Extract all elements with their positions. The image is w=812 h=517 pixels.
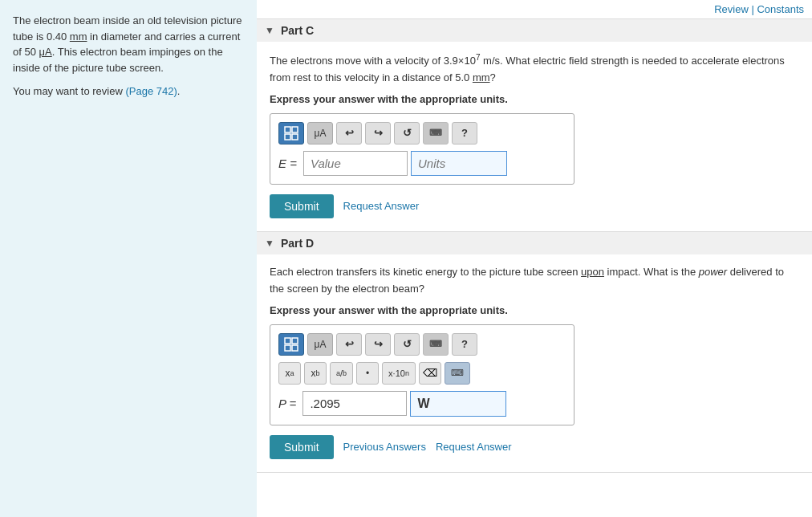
- undo-button-d[interactable]: ↩: [336, 333, 362, 356]
- svg-rect-4: [285, 338, 290, 344]
- sidebar: The electron beam inside an old televisi…: [0, 0, 257, 517]
- main-content: Review | Constants ▼ Part C The electron…: [257, 0, 812, 517]
- grid-button-c[interactable]: [278, 122, 304, 145]
- sidebar-mm: mm: [70, 31, 87, 43]
- keyboard2-button[interactable]: ⌨: [445, 362, 470, 385]
- part-c-header: ▼ Part C: [257, 19, 812, 42]
- svg-rect-1: [292, 127, 298, 132]
- part-d-units-input[interactable]: [410, 391, 506, 417]
- redo-button-d[interactable]: ↪: [365, 333, 391, 356]
- refresh-button-c[interactable]: ↺: [394, 122, 420, 145]
- part-c-eq-label: E =: [278, 157, 297, 170]
- delete-button[interactable]: ⌫: [419, 362, 441, 385]
- part-d-eq-label: P =: [278, 397, 296, 410]
- svg-rect-0: [285, 127, 290, 132]
- svg-rect-7: [292, 345, 298, 351]
- part-c-arrow[interactable]: ▼: [265, 25, 274, 36]
- part-c-submit-button[interactable]: Submit: [270, 194, 334, 218]
- help-button-c[interactable]: ?: [452, 122, 477, 145]
- keyboard-button-d[interactable]: ⌨: [423, 333, 449, 356]
- mu-button-d[interactable]: μA: [307, 333, 333, 356]
- undo-button-c[interactable]: ↩: [336, 122, 362, 145]
- part-d-toolbar: μA ↩ ↪ ↺ ⌨ ?: [278, 333, 566, 356]
- part-c-label: Part C: [281, 24, 314, 37]
- part-d-value-input[interactable]: [302, 391, 407, 416]
- part-c-units-input[interactable]: [411, 151, 507, 176]
- part-c-section: ▼ Part C The electrons move with a veloc…: [257, 19, 812, 232]
- part-d-submit-button[interactable]: Submit: [270, 435, 334, 459]
- sidebar-ua: μA: [39, 46, 52, 58]
- xb-button[interactable]: xb: [304, 362, 327, 385]
- part-d-question: Each electron transfers its kinetic ener…: [270, 264, 799, 298]
- part-d-action-row: Submit Previous Answers Request Answer: [270, 435, 799, 459]
- keyboard-button-c[interactable]: ⌨: [423, 122, 449, 145]
- dot-button[interactable]: •: [356, 362, 379, 385]
- frac-button[interactable]: a/b: [330, 362, 353, 385]
- svg-rect-5: [292, 338, 298, 344]
- part-d-arrow[interactable]: ▼: [265, 238, 274, 249]
- part-d-input-row: P =: [278, 391, 566, 417]
- part-d-header: ▼ Part D: [257, 232, 812, 254]
- part-d-answer-box: μA ↩ ↪ ↺ ⌨ ? xa xb a/b • x·10n ⌫ ⌨ P =: [270, 324, 574, 425]
- redo-button-c[interactable]: ↪: [365, 122, 391, 145]
- part-c-toolbar: μA ↩ ↪ ↺ ⌨ ?: [278, 122, 566, 145]
- svg-rect-3: [292, 134, 298, 140]
- part-c-instruction: Express your answer with the appropriate…: [270, 93, 799, 105]
- part-d-request-answer[interactable]: Request Answer: [436, 441, 512, 453]
- part-d-section: ▼ Part D Each electron transfers its kin…: [257, 232, 812, 473]
- sidebar-review: You may want to review (Page 742).: [13, 83, 244, 100]
- help-button-d[interactable]: ?: [452, 333, 477, 356]
- top-bar: Review | Constants: [257, 0, 812, 19]
- part-c-request-answer[interactable]: Request Answer: [343, 200, 420, 212]
- review-constants-link[interactable]: Review | Constants: [714, 3, 804, 15]
- part-c-action-row: Submit Request Answer: [270, 194, 799, 218]
- review-link[interactable]: (Page 742): [125, 85, 177, 97]
- svg-rect-6: [285, 345, 290, 351]
- part-d-previous-answers[interactable]: Previous Answers: [343, 441, 426, 453]
- sci-button[interactable]: x·10n: [382, 362, 416, 385]
- part-c-input-row: E =: [278, 151, 566, 176]
- svg-rect-2: [285, 134, 290, 140]
- grid-button-d[interactable]: [278, 333, 304, 356]
- part-c-answer-box: μA ↩ ↪ ↺ ⌨ ? E =: [270, 113, 574, 185]
- part-c-question: The electrons move with a velocity of 3.…: [270, 51, 799, 87]
- part-d-label: Part D: [281, 237, 314, 250]
- mu-button-c[interactable]: μA: [307, 122, 333, 145]
- part-d-instruction: Express your answer with the appropriate…: [270, 304, 799, 316]
- xa-button[interactable]: xa: [278, 362, 301, 385]
- part-d-math-toolbar: xa xb a/b • x·10n ⌫ ⌨: [278, 362, 566, 385]
- refresh-button-d[interactable]: ↺: [394, 333, 420, 356]
- sidebar-description: The electron beam inside an old televisi…: [13, 13, 244, 75]
- part-c-value-input[interactable]: [303, 151, 408, 176]
